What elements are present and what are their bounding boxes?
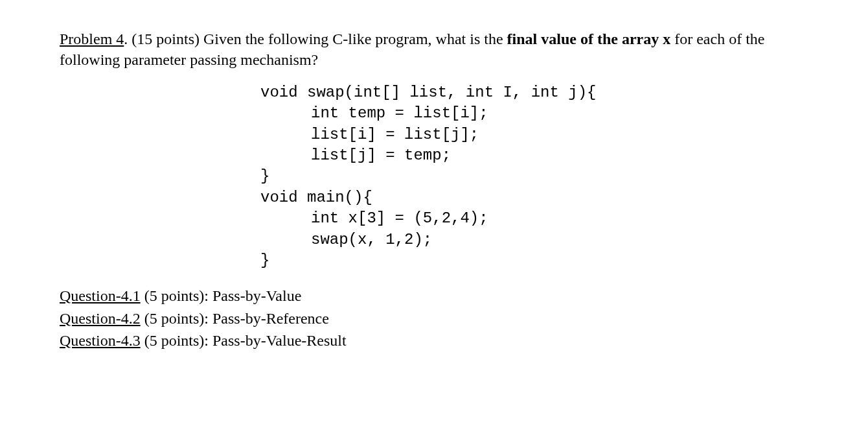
code-block: void swap(int[] list, int I, int j){ int… <box>260 82 808 272</box>
questions-block: Question-4.1 (5 points): Pass-by-Value Q… <box>60 285 808 351</box>
problem-statement: Problem 4. (15 points) Given the followi… <box>60 29 808 71</box>
code-line: } <box>260 250 808 271</box>
question-text: (5 points): Pass-by-Value <box>141 287 302 304</box>
question-2: Question-4.2 (5 points): Pass-by-Referen… <box>60 308 808 329</box>
question-text: (5 points): Pass-by-Value-Result <box>141 332 347 349</box>
question-text: (5 points): Pass-by-Reference <box>141 310 329 327</box>
code-line: void swap(int[] list, int I, int j){ <box>260 82 808 103</box>
code-line: int temp = list[i]; <box>260 103 808 124</box>
question-label: Question-4.1 <box>60 287 141 304</box>
code-line: void main(){ <box>260 187 808 208</box>
problem-text-before: Given the following C-like program, what… <box>203 30 507 47</box>
code-line: swap(x, 1,2); <box>260 230 808 250</box>
question-label: Question-4.3 <box>60 332 141 349</box>
problem-bold-phrase: final value of the array x <box>507 30 671 47</box>
problem-points: . (15 points) <box>124 30 203 47</box>
code-line: list[j] = temp; <box>260 145 808 166</box>
question-1: Question-4.1 (5 points): Pass-by-Value <box>60 285 808 306</box>
question-label: Question-4.2 <box>60 310 141 327</box>
code-line: list[i] = list[j]; <box>260 125 808 145</box>
code-line: } <box>260 166 808 187</box>
problem-label: Problem 4 <box>60 30 124 47</box>
question-3: Question-4.3 (5 points): Pass-by-Value-R… <box>60 330 808 351</box>
code-line: int x[3] = (5,2,4); <box>260 208 808 229</box>
